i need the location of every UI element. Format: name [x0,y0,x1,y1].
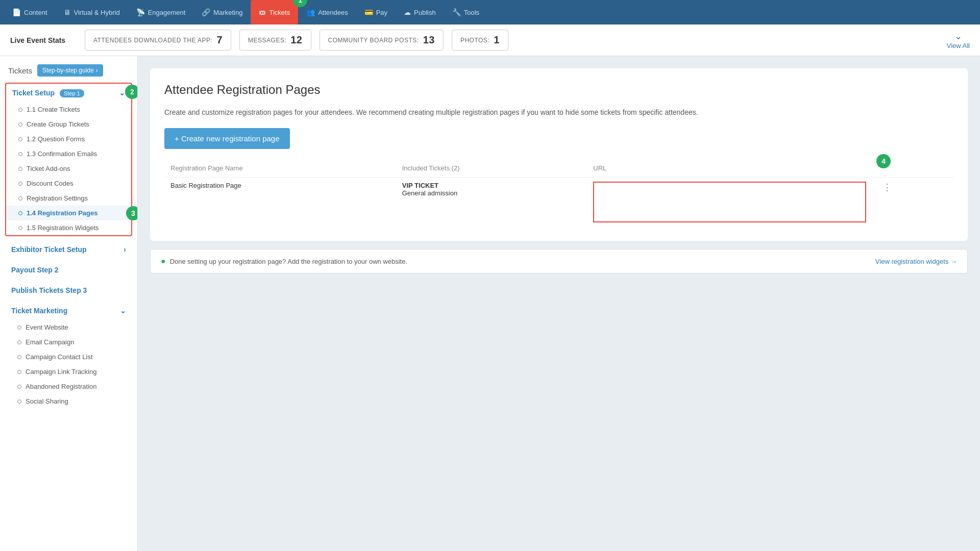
registration-pages-table: Registration Page Name Included Tickets … [164,159,953,227]
stat-board-posts: COMMUNITY BOARD POSTS: 13 [320,30,444,51]
tickets-sidebar-label: Tickets [8,66,32,75]
main-layout: Tickets Step-by-step guide › Ticket Setu… [0,56,980,551]
content-icon: 📄 [12,8,21,16]
table-row: Basic Registration Page VIP TICKET Gener… [164,178,953,227]
sidebar-item-question-forms[interactable]: 1.2 Question Forms [6,132,131,146]
content-area: Attendee Registration Pages Create and c… [138,56,980,551]
bullet-icon [18,211,22,215]
sidebar-registration-pages-label: 1.4 Registration Pages [27,209,97,217]
sidebar-item-abandoned-registration[interactable]: Abandoned Registration [5,379,132,394]
bullet-icon [18,108,22,112]
payout-header[interactable]: Payout Step 2 [5,261,132,279]
sidebar-item-social-sharing[interactable]: Social Sharing [5,394,132,409]
url-cell [593,182,866,222]
chevron-down-icon: ⌄ [120,307,126,315]
row-name: Basic Registration Page [164,178,396,227]
stat-photos-label: PHOTOS: [460,37,489,44]
nav-pay[interactable]: 💳 Pay [356,0,396,24]
bullet-icon [18,152,22,156]
sidebar-header: Tickets Step-by-step guide › [0,64,137,83]
row-url [587,178,872,227]
stat-photos-value: 1 [494,34,500,46]
tools-icon: 🔧 [452,8,461,16]
sidebar-item-campaign-contact-list[interactable]: Campaign Contact List [5,349,132,364]
info-bar: ● Done setting up your registration page… [150,249,968,273]
exhibitor-setup-header[interactable]: Exhibitor Ticket Setup › [5,240,132,259]
live-event-stats-label: Live Event Stats [10,36,77,44]
ticket-marketing-header[interactable]: Ticket Marketing ⌄ [5,302,132,320]
stat-messages-label: MESSAGES: [248,37,286,44]
sidebar-item-event-website[interactable]: Event Website [5,320,132,335]
step1-badge: Step 1 [60,89,84,97]
view-all-button[interactable]: ⌄ View All [947,31,970,49]
nav-content[interactable]: 📄 Content [4,0,56,24]
stat-messages-value: 12 [290,34,302,46]
bullet-icon [17,399,21,404]
nav-engagement[interactable]: 📡 Engagement [128,0,194,24]
stat-messages: MESSAGES: 12 [239,30,311,51]
bullet-icon [17,340,21,344]
col-tickets-header: Included Tickets (2) [396,159,587,178]
row-actions[interactable]: ⋮ [872,178,953,227]
bullet-icon [18,196,22,201]
sidebar-item-create-tickets[interactable]: 1.1 Create Tickets [6,102,131,117]
badge-2: 2 [125,85,138,99]
nav-marketing[interactable]: 🔗 Marketing [193,0,251,24]
arrow-icon: › [96,67,98,74]
nav-tickets[interactable]: 🎟 Tickets 1 [251,0,298,24]
attendees-icon: 👥 [306,8,315,16]
bullet-icon [18,226,22,230]
sidebar-item-registration-pages[interactable]: 1.4 Registration Pages 3 [6,206,131,220]
pay-icon: 💳 [364,8,373,16]
stat-app-downloads: ATTENDEES DOWNLOADED THE APP: 7 [85,30,231,51]
ticket-setup-header[interactable]: Ticket Setup Step 1 ⌄ [6,84,131,102]
badge-4: 4 [876,154,891,168]
exhibitor-ticket-setup-section: Exhibitor Ticket Setup › [5,240,132,259]
stat-app-value: 7 [216,34,223,46]
step-by-step-guide-button[interactable]: Step-by-step guide › [37,64,103,77]
sidebar: Tickets Step-by-step guide › Ticket Setu… [0,56,138,551]
bullet-icon [18,167,22,171]
bullet-icon [18,137,22,141]
tickets-icon: 🎟 [259,8,266,16]
nav-virtual[interactable]: 🖥 Virtual & Hybrid [56,0,128,24]
ticket-vip: VIP TICKET [402,182,581,189]
row-tickets: VIP TICKET General admission [396,178,587,227]
col-name-header: Registration Page Name [164,159,396,178]
view-registration-widgets-link[interactable]: View registration widgets → [875,258,957,265]
sidebar-item-registration-widgets[interactable]: 1.5 Registration Widgets [6,220,131,235]
bullet-icon [17,355,21,359]
sidebar-item-create-group[interactable]: Create Group Tickets [6,117,131,132]
stats-bar: Live Event Stats ATTENDEES DOWNLOADED TH… [0,24,980,56]
step2-badge: Step 2 [37,266,59,274]
nav-attendees[interactable]: 👥 Attendees [298,0,356,24]
bullet-icon [17,385,21,389]
top-navigation: 📄 Content 🖥 Virtual & Hybrid 📡 Engagemen… [0,0,980,24]
create-registration-page-button[interactable]: + Create new registration page [164,128,290,149]
payout-section: Payout Step 2 [5,261,132,279]
page-title: Attendee Registration Pages [164,83,953,97]
bullet-icon [18,122,22,127]
stat-posts-label: COMMUNITY BOARD POSTS: [328,37,419,44]
publish-tickets-header[interactable]: Publish Tickets Step 3 [5,281,132,299]
bullet-icon [17,370,21,374]
nav-publish[interactable]: ☁ Publish [396,0,444,24]
sidebar-item-campaign-link-tracking[interactable]: Campaign Link Tracking [5,364,132,379]
stat-photos: PHOTOS: 1 [452,30,508,51]
nav-tools[interactable]: 🔧 Tools [444,0,487,24]
stat-posts-value: 13 [423,34,435,46]
sidebar-item-email-campaign[interactable]: Email Campaign [5,335,132,349]
sidebar-item-confirmation-emails[interactable]: 1.3 Confirmation Emails [6,146,131,161]
sidebar-item-discount-codes[interactable]: Discount Codes [6,176,131,191]
sidebar-item-registration-settings[interactable]: Registration Settings [6,191,131,206]
sidebar-item-ticket-addons[interactable]: Ticket Add-ons [6,161,131,176]
badge-3: 3 [126,206,138,220]
three-dots-menu[interactable]: ⋮ [878,180,896,194]
registration-pages-card: Attendee Registration Pages Create and c… [150,68,968,241]
info-circle-icon: ● [161,257,166,266]
info-bar-text: Done setting up your registration page? … [170,258,407,265]
bullet-icon [17,325,21,330]
page-description: Create and customize registration pages … [164,107,953,118]
engagement-icon: 📡 [136,8,145,16]
stat-app-label: ATTENDEES DOWNLOADED THE APP: [93,37,212,44]
